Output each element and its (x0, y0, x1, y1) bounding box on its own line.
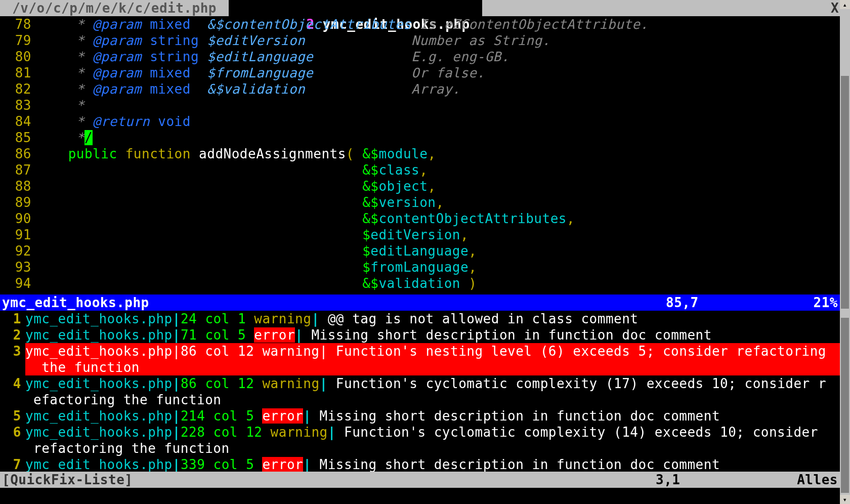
line-number: 85 (0, 130, 35, 146)
status-filename: ymc_edit_hooks.php (2, 295, 149, 311)
scroll-up-arrow[interactable]: ▴ (840, 0, 850, 9)
line-number: 80 (0, 49, 35, 65)
code-line[interactable]: 79 * @param string $editVersion Number a… (0, 32, 840, 49)
quickfix-line-number: 5 (0, 408, 25, 424)
quickfix-text: ymc_edit_hooks.php|228 col 12 warning| F… (25, 424, 840, 456)
scroll-down-arrow[interactable]: ▾ (840, 495, 850, 504)
code-text: * @param mixed $fromLanguage Or false. (35, 65, 840, 81)
code-text: &$version, (35, 194, 840, 211)
code-line[interactable]: 78 * @param mixed &$contentObjectAttribu… (0, 16, 840, 32)
tab-inactive[interactable]: /v/o/c/p/m/e/k/c/edit.php (0, 0, 229, 16)
quickfix-item[interactable]: 1ymc_edit_hooks.php|24 col 1 warning| @@… (0, 311, 840, 327)
line-number: 92 (0, 243, 35, 259)
line-number: 88 (0, 178, 35, 194)
code-text: &$object, (35, 178, 840, 194)
tab-close-button[interactable]: X (830, 0, 840, 16)
line-number: 86 (0, 146, 35, 162)
line-number: 89 (0, 194, 35, 211)
quickfix-text: ymc_edit_hooks.php|339 col 5 error| Miss… (25, 456, 840, 472)
code-text: * @param string $editLanguage E.g. eng-G… (35, 49, 840, 65)
quickfix-item[interactable]: 5ymc_edit_hooks.php|214 col 5 error| Mis… (0, 408, 840, 424)
line-number: 90 (0, 211, 35, 227)
line-number: 82 (0, 81, 35, 97)
quickfix-line-number: 2 (0, 327, 25, 343)
code-line[interactable]: 88 &$object, (0, 178, 840, 194)
quickfix-line-number: 1 (0, 311, 25, 327)
line-number: 83 (0, 97, 35, 113)
quickfix-status-line: [QuickFix-Liste] 3,1 Alles (0, 472, 840, 488)
status-line: ymc_edit_hooks.php 85,7 21% (0, 295, 840, 311)
quickfix-item[interactable]: 7ymc_edit_hooks.php|339 col 5 error| Mis… (0, 456, 840, 472)
status-percent: 21% (797, 295, 838, 311)
scrollbar-thumb-bottom[interactable] (841, 318, 849, 493)
code-line[interactable]: 82 * @param mixed &$validation Array. (0, 81, 840, 97)
line-number: 94 (0, 275, 35, 291)
code-pane[interactable]: 78 * @param mixed &$contentObjectAttribu… (0, 16, 840, 295)
line-number: 78 (0, 16, 35, 32)
code-line[interactable]: 80 * @param string $editLanguage E.g. en… (0, 49, 840, 65)
line-number: 79 (0, 32, 35, 49)
quickfix-text: ymc_edit_hooks.php|86 col 12 warning| Fu… (25, 343, 840, 375)
status-position: 85,7 (666, 295, 797, 311)
quickfix-line-number: 6 (0, 424, 25, 456)
line-number: 81 (0, 65, 35, 81)
code-text: &$class, (35, 162, 840, 178)
editor-window: /v/o/c/p/m/e/k/c/edit.php 2 ymc_edit_hoo… (0, 0, 840, 504)
line-number: 87 (0, 162, 35, 178)
code-text: &$contentObjectAttributes, (35, 211, 840, 227)
tab-active[interactable]: 2 ymc_edit_hooks.php (229, 0, 482, 16)
code-line[interactable]: 93 $fromLanguage, (0, 259, 840, 275)
code-text: $fromLanguage, (35, 259, 840, 275)
quickfix-text: ymc_edit_hooks.php|71 col 5 error| Missi… (25, 327, 840, 343)
quickfix-text: ymc_edit_hooks.php|24 col 1 warning| @@ … (25, 311, 840, 327)
code-line[interactable]: 86 public function addNodeAssignments( &… (0, 146, 840, 162)
line-number: 84 (0, 113, 35, 130)
code-text: &$validation ) (35, 275, 840, 291)
code-line[interactable]: 90 &$contentObjectAttributes, (0, 211, 840, 227)
tab-filler (482, 0, 830, 16)
quickfix-text: ymc_edit_hooks.php|214 col 5 error| Miss… (25, 408, 840, 424)
quickfix-percent: Alles (787, 472, 838, 488)
quickfix-line-number: 3 (0, 343, 25, 375)
quickfix-item[interactable]: 4ymc_edit_hooks.php|86 col 12 warning| F… (0, 375, 840, 408)
scrollbar-thumb-top[interactable] (841, 76, 849, 309)
line-number: 91 (0, 227, 35, 243)
code-line[interactable]: 92 $editLanguage, (0, 243, 840, 259)
code-line[interactable]: 89 &$version, (0, 194, 840, 211)
vertical-scrollbar[interactable]: ▴ ▾ (840, 0, 850, 504)
quickfix-item[interactable]: 3ymc_edit_hooks.php|86 col 12 warning| F… (0, 343, 840, 375)
quickfix-item[interactable]: 2ymc_edit_hooks.php|71 col 5 error| Miss… (0, 327, 840, 343)
quickfix-position: 3,1 (656, 472, 787, 488)
code-text: * @param mixed &$contentObjectAttributes… (35, 16, 840, 32)
code-line[interactable]: 84 * @return void (0, 113, 840, 130)
quickfix-line-number: 7 (0, 456, 25, 472)
tab-bar: /v/o/c/p/m/e/k/c/edit.php 2 ymc_edit_hoo… (0, 0, 840, 16)
code-text: * (35, 97, 840, 113)
code-text: * @param string $editVersion Number as S… (35, 32, 840, 49)
quickfix-line-number: 4 (0, 375, 25, 408)
code-line[interactable]: 83 * (0, 97, 840, 113)
quickfix-pane[interactable]: 1ymc_edit_hooks.php|24 col 1 warning| @@… (0, 311, 840, 472)
screen: /v/o/c/p/m/e/k/c/edit.php 2 ymc_edit_hoo… (0, 0, 850, 504)
code-line[interactable]: 91 $editVersion, (0, 227, 840, 243)
quickfix-text: ymc_edit_hooks.php|86 col 12 warning| Fu… (25, 375, 840, 408)
code-line[interactable]: 87 &$class, (0, 162, 840, 178)
code-text: * @return void (35, 113, 840, 130)
code-line[interactable]: 94 &$validation ) (0, 275, 840, 291)
code-text: $editLanguage, (35, 243, 840, 259)
code-text: public function addNodeAssignments( &$mo… (35, 146, 840, 162)
quickfix-title: [QuickFix-Liste] (2, 472, 133, 488)
code-line[interactable]: 81 * @param mixed $fromLanguage Or false… (0, 65, 840, 81)
code-text: $editVersion, (35, 227, 840, 243)
code-text: */ (35, 130, 840, 146)
quickfix-item[interactable]: 6ymc_edit_hooks.php|228 col 12 warning| … (0, 424, 840, 456)
line-number: 93 (0, 259, 35, 275)
code-text: * @param mixed &$validation Array. (35, 81, 840, 97)
code-line[interactable]: 85 */ (0, 130, 840, 146)
